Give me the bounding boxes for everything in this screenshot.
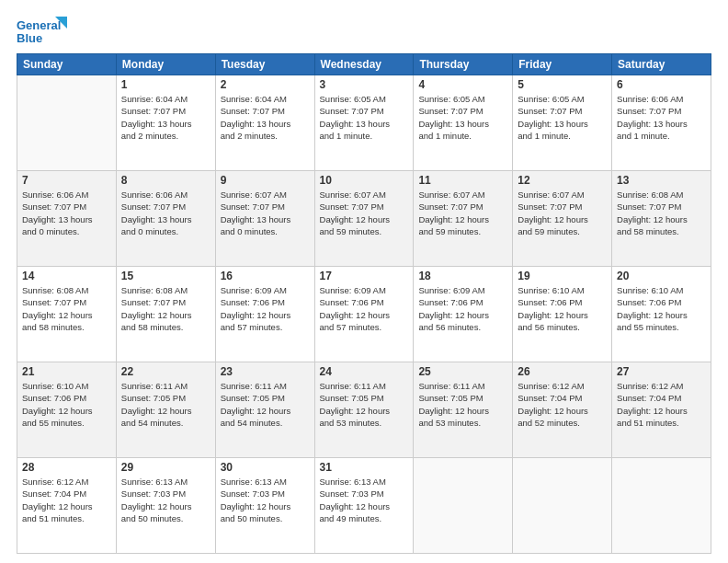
day-number: 30	[221, 461, 310, 474]
calendar-cell: 3Sunrise: 6:05 AMSunset: 7:07 PMDaylight…	[314, 75, 414, 171]
day-number: 10	[320, 174, 409, 187]
calendar-cell: 14Sunrise: 6:08 AMSunset: 7:07 PMDayligh…	[17, 267, 117, 362]
day-number: 19	[518, 270, 607, 282]
day-info: Sunrise: 6:09 AMSunset: 7:06 PMDaylight:…	[221, 284, 310, 333]
weekday-header-tuesday: Tuesday	[215, 54, 314, 75]
day-number: 14	[22, 270, 111, 282]
day-info: Sunrise: 6:07 AMSunset: 7:07 PMDaylight:…	[418, 189, 507, 237]
day-info: Sunrise: 6:07 AMSunset: 7:07 PMDaylight:…	[221, 189, 310, 237]
calendar-table: SundayMondayTuesdayWednesdayThursdayFrid…	[17, 53, 711, 554]
day-number: 2	[221, 78, 310, 91]
calendar-cell: 13Sunrise: 6:08 AMSunset: 7:07 PMDayligh…	[612, 171, 711, 267]
day-info: Sunrise: 6:07 AMSunset: 7:07 PMDaylight:…	[518, 189, 607, 237]
day-number: 3	[320, 78, 409, 91]
day-info: Sunrise: 6:06 AMSunset: 7:07 PMDaylight:…	[22, 189, 111, 237]
calendar-cell: 20Sunrise: 6:10 AMSunset: 7:06 PMDayligh…	[612, 267, 711, 362]
day-info: Sunrise: 6:11 AMSunset: 7:05 PMDaylight:…	[418, 380, 507, 429]
calendar-cell: 2Sunrise: 6:04 AMSunset: 7:07 PMDaylight…	[215, 75, 314, 171]
day-number: 5	[518, 78, 607, 91]
weekday-header-thursday: Thursday	[414, 54, 513, 75]
svg-text:Blue: Blue	[17, 31, 42, 45]
day-info: Sunrise: 6:12 AMSunset: 7:04 PMDaylight:…	[518, 380, 607, 429]
day-info: Sunrise: 6:09 AMSunset: 7:06 PMDaylight:…	[320, 284, 409, 333]
day-number: 9	[221, 174, 310, 187]
calendar-cell: 25Sunrise: 6:11 AMSunset: 7:05 PMDayligh…	[414, 362, 513, 458]
day-info: Sunrise: 6:09 AMSunset: 7:06 PMDaylight:…	[418, 284, 507, 333]
day-info: Sunrise: 6:13 AMSunset: 7:03 PMDaylight:…	[221, 476, 310, 524]
day-number: 18	[418, 270, 507, 282]
weekday-header-row: SundayMondayTuesdayWednesdayThursdayFrid…	[17, 54, 711, 75]
calendar-cell: 30Sunrise: 6:13 AMSunset: 7:03 PMDayligh…	[215, 458, 314, 554]
calendar-cell: 15Sunrise: 6:08 AMSunset: 7:07 PMDayligh…	[116, 267, 215, 362]
day-info: Sunrise: 6:12 AMSunset: 7:04 PMDaylight:…	[617, 380, 706, 429]
day-info: Sunrise: 6:04 AMSunset: 7:07 PMDaylight:…	[221, 93, 310, 142]
calendar-cell: 26Sunrise: 6:12 AMSunset: 7:04 PMDayligh…	[513, 362, 612, 458]
calendar-cell: 18Sunrise: 6:09 AMSunset: 7:06 PMDayligh…	[414, 267, 513, 362]
week-row-1: 1Sunrise: 6:04 AMSunset: 7:07 PMDaylight…	[17, 75, 711, 171]
day-number: 28	[22, 461, 111, 474]
calendar-cell: 1Sunrise: 6:04 AMSunset: 7:07 PMDaylight…	[116, 75, 215, 171]
day-number: 31	[320, 461, 409, 474]
calendar-cell: 8Sunrise: 6:06 AMSunset: 7:07 PMDaylight…	[116, 171, 215, 267]
day-number: 17	[320, 270, 409, 282]
calendar-cell: 16Sunrise: 6:09 AMSunset: 7:06 PMDayligh…	[215, 267, 314, 362]
calendar-cell: 5Sunrise: 6:05 AMSunset: 7:07 PMDaylight…	[513, 75, 612, 171]
day-info: Sunrise: 6:07 AMSunset: 7:07 PMDaylight:…	[320, 189, 409, 237]
day-info: Sunrise: 6:10 AMSunset: 7:06 PMDaylight:…	[518, 284, 607, 333]
logo: GeneralBlue	[17, 17, 75, 48]
day-info: Sunrise: 6:10 AMSunset: 7:06 PMDaylight:…	[22, 380, 111, 429]
page: GeneralBlue SundayMondayTuesdayWednesday…	[0, 0, 728, 563]
day-info: Sunrise: 6:05 AMSunset: 7:07 PMDaylight:…	[418, 93, 507, 142]
day-info: Sunrise: 6:06 AMSunset: 7:07 PMDaylight:…	[121, 189, 210, 237]
calendar-cell	[612, 458, 711, 554]
calendar-cell: 9Sunrise: 6:07 AMSunset: 7:07 PMDaylight…	[215, 171, 314, 267]
day-info: Sunrise: 6:13 AMSunset: 7:03 PMDaylight:…	[121, 476, 210, 524]
day-number: 8	[121, 174, 210, 187]
week-row-5: 28Sunrise: 6:12 AMSunset: 7:04 PMDayligh…	[17, 458, 711, 554]
calendar-cell: 27Sunrise: 6:12 AMSunset: 7:04 PMDayligh…	[612, 362, 711, 458]
calendar-cell: 31Sunrise: 6:13 AMSunset: 7:03 PMDayligh…	[314, 458, 414, 554]
day-info: Sunrise: 6:11 AMSunset: 7:05 PMDaylight:…	[320, 380, 409, 429]
calendar-cell: 22Sunrise: 6:11 AMSunset: 7:05 PMDayligh…	[116, 362, 215, 458]
day-number: 24	[320, 365, 409, 378]
calendar-cell: 10Sunrise: 6:07 AMSunset: 7:07 PMDayligh…	[314, 171, 414, 267]
day-number: 15	[121, 270, 210, 282]
day-number: 11	[418, 174, 507, 187]
calendar-cell: 11Sunrise: 6:07 AMSunset: 7:07 PMDayligh…	[414, 171, 513, 267]
day-number: 20	[617, 270, 706, 282]
day-number: 29	[121, 461, 210, 474]
calendar-cell	[414, 458, 513, 554]
day-number: 25	[418, 365, 507, 378]
calendar-cell: 21Sunrise: 6:10 AMSunset: 7:06 PMDayligh…	[17, 362, 117, 458]
calendar-cell: 23Sunrise: 6:11 AMSunset: 7:05 PMDayligh…	[215, 362, 314, 458]
header: GeneralBlue	[17, 17, 711, 48]
day-info: Sunrise: 6:05 AMSunset: 7:07 PMDaylight:…	[320, 93, 409, 142]
day-info: Sunrise: 6:08 AMSunset: 7:07 PMDaylight:…	[121, 284, 210, 333]
day-info: Sunrise: 6:11 AMSunset: 7:05 PMDaylight:…	[121, 380, 210, 429]
day-number: 16	[221, 270, 310, 282]
weekday-header-wednesday: Wednesday	[314, 54, 414, 75]
day-number: 7	[22, 174, 111, 187]
day-info: Sunrise: 6:06 AMSunset: 7:07 PMDaylight:…	[617, 93, 706, 142]
day-info: Sunrise: 6:13 AMSunset: 7:03 PMDaylight:…	[320, 476, 409, 524]
day-number: 13	[617, 174, 706, 187]
week-row-4: 21Sunrise: 6:10 AMSunset: 7:06 PMDayligh…	[17, 362, 711, 458]
day-number: 6	[617, 78, 706, 91]
calendar-cell: 12Sunrise: 6:07 AMSunset: 7:07 PMDayligh…	[513, 171, 612, 267]
calendar-cell: 24Sunrise: 6:11 AMSunset: 7:05 PMDayligh…	[314, 362, 414, 458]
day-number: 21	[22, 365, 111, 378]
weekday-header-friday: Friday	[513, 54, 612, 75]
day-info: Sunrise: 6:12 AMSunset: 7:04 PMDaylight:…	[22, 476, 111, 524]
calendar-cell: 29Sunrise: 6:13 AMSunset: 7:03 PMDayligh…	[116, 458, 215, 554]
calendar-cell: 6Sunrise: 6:06 AMSunset: 7:07 PMDaylight…	[612, 75, 711, 171]
day-info: Sunrise: 6:04 AMSunset: 7:07 PMDaylight:…	[121, 93, 210, 142]
day-number: 12	[518, 174, 607, 187]
calendar-cell	[17, 75, 117, 171]
weekday-header-sunday: Sunday	[17, 54, 117, 75]
calendar-cell	[513, 458, 612, 554]
day-info: Sunrise: 6:05 AMSunset: 7:07 PMDaylight:…	[518, 93, 607, 142]
calendar-cell: 17Sunrise: 6:09 AMSunset: 7:06 PMDayligh…	[314, 267, 414, 362]
calendar-cell: 7Sunrise: 6:06 AMSunset: 7:07 PMDaylight…	[17, 171, 117, 267]
day-number: 23	[221, 365, 310, 378]
day-info: Sunrise: 6:08 AMSunset: 7:07 PMDaylight:…	[22, 284, 111, 333]
